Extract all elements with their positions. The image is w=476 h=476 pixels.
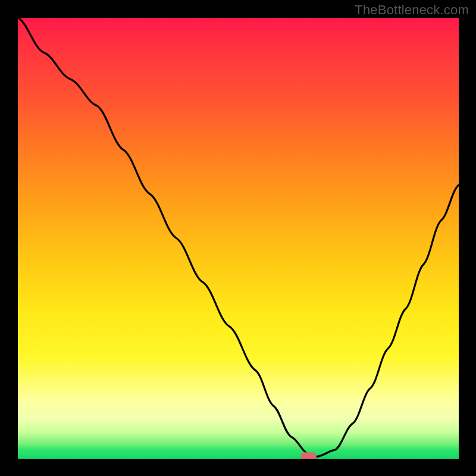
chart-svg <box>17 17 459 459</box>
chart-frame: TheBottleneck.com <box>0 0 476 476</box>
watermark-text: TheBottleneck.com <box>355 2 469 18</box>
chart-plot-area <box>17 17 459 459</box>
optimal-point-marker <box>301 452 317 459</box>
bottleneck-curve <box>17 17 459 456</box>
